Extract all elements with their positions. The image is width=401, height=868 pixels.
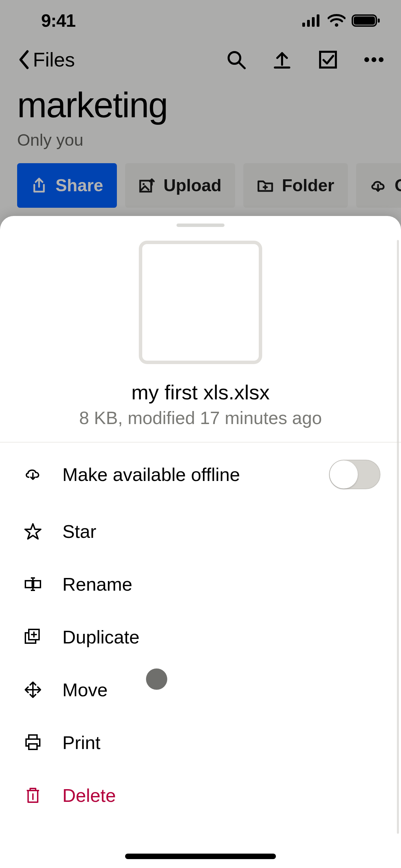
- svg-line-9: [239, 62, 245, 68]
- folder-label: Folder: [282, 176, 334, 195]
- star-icon: [24, 522, 42, 540]
- svg-point-12: [364, 57, 369, 62]
- page-title: marketing: [0, 81, 401, 125]
- offline-label: Offline: [394, 176, 401, 195]
- upload-button[interactable]: Upload: [125, 163, 235, 208]
- back-label: Files: [33, 48, 75, 71]
- cloud-download-icon: [24, 466, 42, 483]
- trash-icon: [24, 786, 42, 804]
- sheet-grabber[interactable]: [177, 224, 224, 227]
- action-star[interactable]: Star: [0, 505, 401, 558]
- select-icon[interactable]: [318, 50, 338, 70]
- status-time: 9:41: [41, 10, 75, 31]
- svg-point-16: [143, 183, 145, 185]
- action-print[interactable]: Print: [0, 716, 401, 769]
- file-name: my first xls.xlsx: [131, 381, 269, 404]
- scroll-indicator: [397, 240, 399, 834]
- svg-point-13: [372, 57, 376, 62]
- upload-icon[interactable]: [272, 50, 292, 70]
- share-icon: [31, 177, 47, 194]
- cellular-icon: [302, 14, 321, 27]
- duplicate-icon: [24, 628, 42, 646]
- svg-rect-1: [307, 20, 310, 27]
- action-move[interactable]: Move: [0, 663, 401, 716]
- file-meta: 8 KB, modified 17 minutes ago: [79, 408, 322, 428]
- more-icon[interactable]: [364, 50, 384, 70]
- folder-button[interactable]: Folder: [243, 163, 348, 208]
- home-indicator[interactable]: [125, 854, 276, 859]
- action-label: Move: [62, 679, 380, 700]
- back-button[interactable]: Files: [17, 48, 75, 71]
- nav-bar: Files: [0, 41, 401, 81]
- status-bar: 9:41: [0, 0, 401, 41]
- svg-rect-11: [320, 52, 336, 68]
- svg-point-14: [379, 57, 384, 62]
- image-upload-icon: [139, 177, 155, 194]
- svg-rect-6: [354, 16, 375, 25]
- svg-rect-7: [378, 19, 380, 23]
- action-label: Make available offline: [62, 464, 308, 485]
- cursor-dot: [146, 668, 167, 690]
- rename-icon: [24, 575, 42, 593]
- upload-label: Upload: [163, 176, 221, 195]
- action-row: Share Upload Folder: [0, 163, 401, 208]
- action-duplicate[interactable]: Duplicate: [0, 611, 401, 663]
- share-button[interactable]: Share: [17, 163, 117, 208]
- print-icon: [24, 734, 42, 751]
- action-make-offline[interactable]: Make available offline: [0, 444, 401, 505]
- action-label: Rename: [62, 574, 380, 595]
- svg-point-4: [335, 23, 338, 27]
- action-label: Duplicate: [62, 626, 380, 648]
- move-icon: [24, 681, 42, 699]
- battery-icon: [352, 14, 380, 27]
- cloud-download-icon: [370, 177, 386, 194]
- offline-toggle[interactable]: [329, 460, 380, 489]
- action-rename[interactable]: Rename: [0, 558, 401, 611]
- action-label: Star: [62, 521, 380, 542]
- search-icon[interactable]: [226, 50, 246, 70]
- chevron-left-icon: [17, 49, 31, 70]
- status-icons: [302, 14, 380, 27]
- page-subtitle: Only you: [0, 125, 401, 163]
- file-action-sheet: my first xls.xlsx 8 KB, modified 17 minu…: [0, 216, 401, 868]
- offline-button[interactable]: Offline: [356, 163, 401, 208]
- action-label: Delete: [62, 785, 380, 806]
- sheet-header: my first xls.xlsx 8 KB, modified 17 minu…: [0, 227, 401, 443]
- file-thumbnail: [139, 241, 262, 364]
- svg-rect-18: [34, 581, 40, 588]
- share-label: Share: [56, 176, 103, 195]
- action-label: Print: [62, 732, 380, 753]
- svg-rect-17: [25, 581, 32, 588]
- new-folder-icon: [257, 177, 274, 194]
- action-delete[interactable]: Delete: [0, 769, 401, 822]
- svg-rect-3: [317, 14, 319, 27]
- svg-rect-0: [302, 23, 305, 27]
- sheet-action-list: Make available offline Star Rename: [0, 443, 401, 854]
- wifi-icon: [328, 14, 345, 27]
- svg-rect-2: [312, 17, 315, 27]
- svg-rect-26: [29, 744, 37, 749]
